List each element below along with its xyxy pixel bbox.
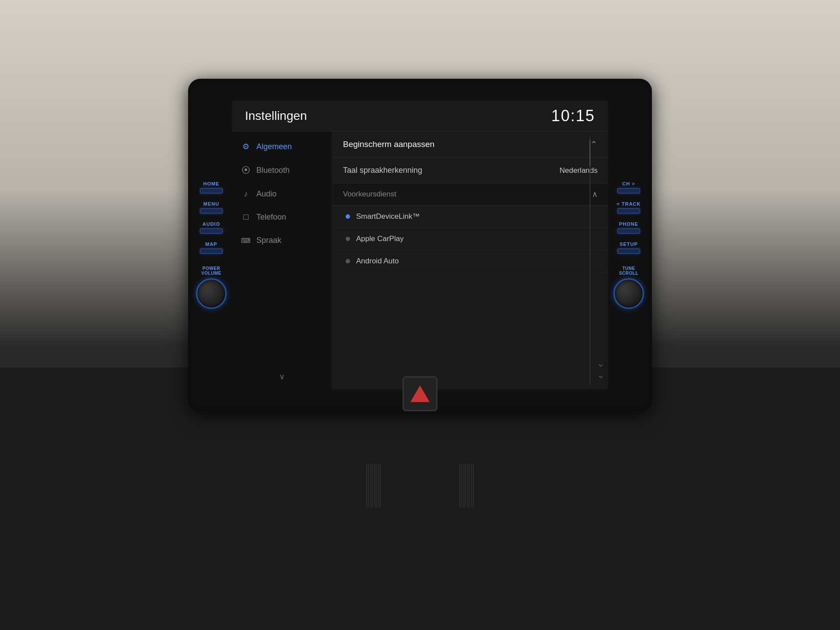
double-chevron-down-icon: ⌄⌄	[597, 358, 605, 380]
setup-button[interactable]: SETUP	[617, 242, 640, 254]
home-button[interactable]: HOME	[200, 181, 223, 193]
scroll-down-indicator[interactable]: ⌄⌄	[597, 358, 605, 381]
infotainment-screen: Instellingen 10:15 ⚙ Algemeen ⦿ Bluetoot…	[232, 101, 608, 389]
voice-icon: ⌨	[241, 237, 251, 245]
taal-row[interactable]: Taal spraakherkenning Nederlands	[332, 158, 608, 183]
sidebar-item-algemeen[interactable]: ⚙ Algemeen	[232, 135, 332, 158]
chevron-up-icon: ⌃	[590, 139, 598, 150]
bluetooth-icon: ⦿	[241, 165, 251, 175]
sidebar-item-telefoon[interactable]: ☐ Telefoon	[232, 206, 332, 229]
audio-button[interactable]: AUDIO	[200, 221, 223, 234]
taal-label: Taal spraakherkenning	[343, 166, 422, 175]
voorkeursdienst-header[interactable]: Voorkeursdienst ∧	[332, 183, 608, 206]
phone-button[interactable]: PHONE	[617, 221, 640, 234]
section-chevron-icon: ∧	[592, 189, 598, 199]
option-label-carplay: Apple CarPlay	[356, 234, 404, 243]
option-label-android: Android Auto	[356, 257, 399, 266]
car-interior: HOME MENU AUDIO MAP POWERVOLUME	[0, 0, 840, 630]
tune-scroll-control: TUNESCROLL	[613, 266, 644, 309]
taal-value: Nederlands	[560, 166, 598, 175]
sidebar-item-audio[interactable]: ♪ Audio	[232, 182, 332, 206]
option-android-auto[interactable]: Android Auto	[332, 250, 608, 273]
page-title: Instellingen	[245, 109, 307, 123]
sidebar-item-spraak[interactable]: ⌨ Spraak	[232, 229, 332, 252]
gear-icon: ⚙	[241, 142, 251, 151]
scroll-bar	[589, 136, 591, 385]
menu-button[interactable]: MENU	[200, 201, 223, 214]
sidebar-item-bluetooth[interactable]: ⦿ Bluetooth	[232, 158, 332, 182]
tune-knob[interactable]	[613, 278, 644, 309]
ch-button[interactable]: CH >	[617, 181, 640, 193]
right-button-panel: CH > < TRACK PHONE SETUP TUNESCROLL	[613, 181, 644, 309]
power-volume-control: POWERVOLUME	[196, 266, 227, 309]
screen-header: Instellingen 10:15	[232, 101, 608, 131]
chevron-down-icon: ∨	[279, 372, 285, 382]
hazard-triangle-icon	[410, 385, 430, 402]
selected-dot-icon	[346, 214, 350, 219]
beginscherm-label: Beginscherm aanpassen	[343, 140, 434, 149]
voorkeursdienst-label: Voorkeursdienst	[343, 190, 396, 199]
map-button[interactable]: MAP	[200, 242, 223, 254]
beginscherm-row[interactable]: Beginscherm aanpassen ⌃	[332, 131, 608, 158]
unselected-dot-icon	[346, 237, 350, 241]
music-icon: ♪	[241, 189, 251, 199]
unselected-dot-icon-2	[346, 259, 350, 263]
option-apple-carplay[interactable]: Apple CarPlay	[332, 228, 608, 250]
clock: 10:15	[551, 107, 595, 125]
option-smartdevicelink[interactable]: SmartDeviceLink™	[332, 206, 608, 228]
volume-knob[interactable]	[196, 278, 227, 309]
scroll-bar-thumb	[589, 140, 591, 166]
left-button-panel: HOME MENU AUDIO MAP POWERVOLUME	[196, 181, 227, 309]
head-unit: HOME MENU AUDIO MAP POWERVOLUME	[188, 79, 652, 411]
menu-scroll-down[interactable]: ∨	[232, 368, 332, 386]
hazard-button[interactable]	[402, 376, 438, 411]
option-label-sdl: SmartDeviceLink™	[356, 212, 420, 221]
track-button[interactable]: < TRACK	[617, 201, 641, 214]
menu-sidebar: ⚙ Algemeen ⦿ Bluetooth ♪ Audio ☐ Telefoo…	[232, 131, 332, 389]
phone-icon: ☐	[241, 213, 251, 221]
content-panel: Beginscherm aanpassen ⌃ Taal spraakherke…	[332, 131, 608, 389]
screen-content: ⚙ Algemeen ⦿ Bluetooth ♪ Audio ☐ Telefoo…	[232, 131, 608, 389]
